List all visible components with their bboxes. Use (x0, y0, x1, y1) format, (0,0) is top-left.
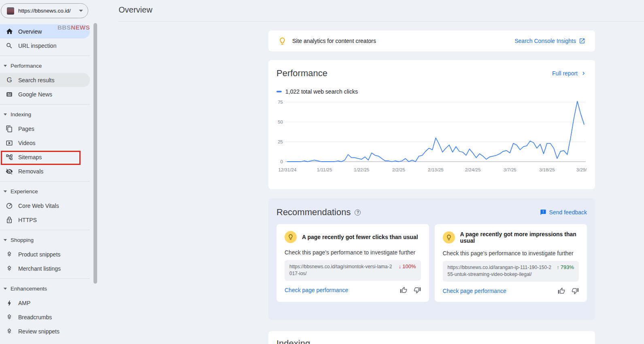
section-header-indexing[interactable]: Indexing (0, 107, 90, 122)
external-link-icon (579, 38, 585, 44)
recommendation-card-fewer-clicks: A page recently got fewer clicks than us… (276, 224, 429, 302)
section-header-experience[interactable]: Experience (0, 184, 90, 199)
sidebar-item-label: Core Web Vitals (18, 203, 59, 209)
check-page-performance-link[interactable]: Check page performance (285, 287, 348, 293)
thumbs-down-icon[interactable] (414, 286, 421, 294)
speedometer-icon (5, 202, 13, 210)
sidebar-item-review-snippets[interactable]: Review snippets (0, 324, 90, 338)
sidebar-item-product-snippets[interactable]: Product snippets (0, 247, 90, 261)
delta-badge: ↑ 793% (557, 264, 574, 270)
google-g-icon: G (5, 76, 13, 84)
sidebar-item-label: Pages (18, 126, 34, 132)
snippet-diamonds-icon (5, 313, 13, 321)
section-header-shopping[interactable]: Shopping (0, 233, 90, 247)
lightbulb-badge-icon (285, 231, 297, 243)
svg-text:1/22/25: 1/22/25 (354, 167, 369, 172)
sidebar-item-merchant-listings[interactable]: Merchant listings (0, 261, 90, 276)
svg-text:1/11/25: 1/11/25 (317, 167, 332, 172)
collapse-triangle-icon (4, 65, 7, 67)
svg-text:0: 0 (281, 159, 283, 164)
sidebar-item-sitemaps[interactable]: Sitemaps (0, 150, 90, 164)
recommendation-title: A page recently got fewer clicks than us… (302, 234, 418, 240)
svg-text:3/29/25: 3/29/25 (576, 167, 587, 172)
recommendation-body: Check this page's performance to investi… (443, 250, 579, 256)
section-header-performance[interactable]: Performance (0, 59, 90, 73)
lightbulb-icon (278, 37, 287, 45)
sidebar: https://bbsnews.co.id/ Overview URL insp… (0, 0, 101, 344)
chevron-right-icon (580, 70, 587, 77)
sidebar-scrollbar[interactable] (94, 23, 97, 284)
property-url: https://bbsnews.co.id/ (18, 8, 75, 14)
sidebar-item-core-web-vitals[interactable]: Core Web Vitals (0, 199, 90, 213)
svg-text:25: 25 (278, 139, 283, 144)
check-page-performance-link[interactable]: Check page performance (443, 288, 506, 294)
legend-dash-icon (276, 91, 282, 92)
sidebar-item-label: Overview (18, 28, 42, 35)
lightbulb-badge-icon (443, 231, 455, 244)
chart-legend: 1,022 total web search clicks (276, 88, 587, 95)
sidebar-item-pages[interactable]: Pages (0, 122, 90, 136)
banner-text: Site analytics for content creators (292, 38, 509, 44)
sidebar-item-removals[interactable]: Removals (0, 164, 90, 178)
delta-badge: ↓ 100% (399, 263, 416, 269)
svg-text:3/7/25: 3/7/25 (504, 167, 516, 172)
lock-icon (5, 216, 13, 224)
sidebar-item-label: HTTPS (18, 217, 37, 223)
svg-text:75: 75 (278, 100, 283, 105)
arrow-up-icon: ↑ (557, 264, 559, 270)
sidebar-item-label: Removals (18, 168, 43, 175)
sidebar-item-label: Merchant listings (18, 265, 61, 272)
sidebar-item-url-inspection[interactable]: URL inspection (0, 38, 90, 53)
sidebar-item-label: Breadcrumbs (18, 314, 52, 320)
sidebar-item-videos[interactable]: Videos (0, 136, 90, 150)
clicks-chart-container: 025507512/31/241/11/251/22/252/2/252/13/… (276, 99, 587, 177)
sidebar-item-search-results[interactable]: G Search results (0, 73, 90, 87)
sidebar-item-breadcrumbs[interactable]: Breadcrumbs (0, 310, 90, 324)
page-title: Overview (119, 5, 152, 15)
site-favicon (7, 7, 14, 15)
svg-text:3/18/25: 3/18/25 (539, 167, 555, 172)
sidebar-item-label: Sitemaps (18, 154, 42, 160)
snippet-diamonds-icon (5, 327, 13, 335)
help-icon[interactable]: ? (355, 209, 361, 216)
clicks-line-chart: 025507512/31/241/11/251/22/252/2/252/13/… (276, 99, 587, 175)
chevron-down-icon (79, 10, 83, 12)
news-icon (5, 90, 13, 98)
legend-label: 1,022 total web search clicks (285, 88, 358, 95)
svg-text:50: 50 (278, 120, 283, 124)
svg-text:2/24/25: 2/24/25 (465, 167, 480, 172)
send-feedback-link[interactable]: Send feedback (540, 209, 587, 216)
recommendations-section: Recommendations ? Send feedback A page r… (268, 198, 595, 320)
sitemap-tree-icon (5, 153, 13, 161)
search-icon (5, 42, 13, 50)
indexing-card: Indexing (268, 331, 595, 344)
svg-text:12/31/24: 12/31/24 (278, 167, 297, 172)
eye-off-icon (5, 167, 13, 175)
header-divider (119, 21, 644, 21)
sidebar-item-amp[interactable]: AMP (0, 296, 90, 310)
page-url-chip: https://bbsnews.co.id/tag/simontok-versi… (285, 260, 421, 281)
sidebar-item-label: Search results (18, 77, 54, 83)
full-report-link[interactable]: Full report (552, 70, 587, 77)
search-console-insights-link[interactable]: Search Console Insights (514, 38, 585, 44)
svg-text:2/2/25: 2/2/25 (392, 167, 405, 172)
recommendation-title: A page recently got more impressions tha… (460, 231, 579, 244)
property-selector[interactable]: https://bbsnews.co.id/ (1, 3, 88, 18)
lightning-bolt-icon (5, 299, 13, 307)
sidebar-item-google-news[interactable]: Google News (0, 87, 90, 101)
sidebar-item-label: URL inspection (18, 43, 56, 49)
pages-icon (5, 125, 13, 133)
thumbs-up-icon[interactable] (558, 287, 565, 295)
recommendation-card-more-impressions: A page recently got more impressions tha… (435, 224, 587, 302)
divider (0, 56, 90, 56)
page-url: https://bbsnews.co.id/tag/simontok-versi… (289, 263, 395, 278)
sidebar-item-https[interactable]: HTTPS (0, 213, 90, 227)
thumbs-down-icon[interactable] (572, 287, 579, 295)
performance-title: Performance (276, 68, 327, 79)
thumbs-up-icon[interactable] (400, 286, 407, 294)
divider (0, 181, 90, 182)
home-icon (5, 28, 13, 36)
recommendations-title: Recommendations (276, 207, 351, 218)
section-header-enhancements[interactable]: Enhancements (0, 282, 90, 296)
sidebar-item-overview[interactable]: Overview (0, 24, 90, 38)
